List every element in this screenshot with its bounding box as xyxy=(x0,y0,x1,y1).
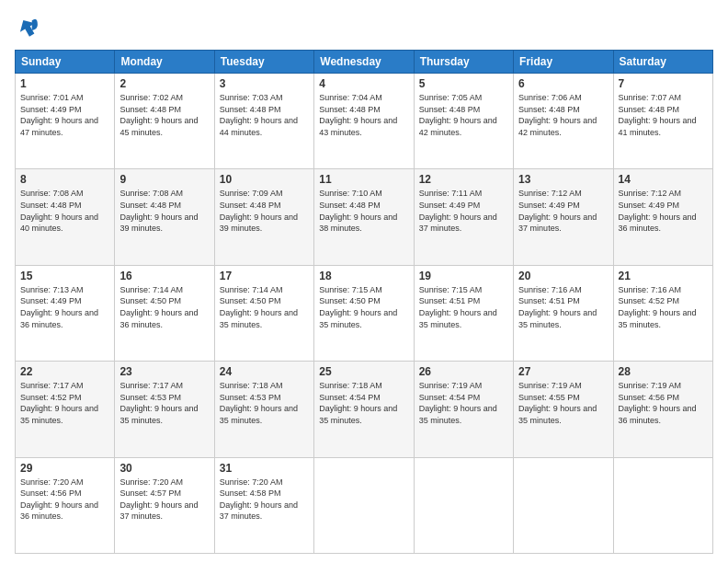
cell-content: Sunrise: 7:17 AMSunset: 4:52 PMDaylight:… xyxy=(20,380,109,426)
day-number: 30 xyxy=(119,462,209,475)
cell-content: Sunrise: 7:16 AMSunset: 4:51 PMDaylight:… xyxy=(518,284,608,330)
cell-content: Sunrise: 7:19 AMSunset: 4:55 PMDaylight:… xyxy=(518,380,608,426)
calendar-row: 22Sunrise: 7:17 AMSunset: 4:52 PMDayligh… xyxy=(16,362,713,457)
cell-content: Sunrise: 7:14 AMSunset: 4:50 PMDaylight:… xyxy=(119,284,209,330)
day-number: 9 xyxy=(119,173,209,186)
cell-content: Sunrise: 7:04 AMSunset: 4:48 PMDaylight:… xyxy=(319,92,408,138)
cell-content: Sunrise: 7:03 AMSunset: 4:48 PMDaylight:… xyxy=(220,92,309,138)
table-row: 28Sunrise: 7:19 AMSunset: 4:56 PMDayligh… xyxy=(613,362,712,457)
calendar-table: Sunday Monday Tuesday Wednesday Thursday… xyxy=(15,50,713,554)
table-row: 23Sunrise: 7:17 AMSunset: 4:53 PMDayligh… xyxy=(115,362,214,457)
cell-content: Sunrise: 7:02 AMSunset: 4:48 PMDaylight:… xyxy=(119,92,209,138)
cell-content: Sunrise: 7:15 AMSunset: 4:50 PMDaylight:… xyxy=(319,284,408,330)
col-friday: Friday xyxy=(514,51,613,74)
calendar-row: 15Sunrise: 7:13 AMSunset: 4:49 PMDayligh… xyxy=(16,265,713,361)
table-row: 17Sunrise: 7:14 AMSunset: 4:50 PMDayligh… xyxy=(214,265,313,361)
cell-content: Sunrise: 7:20 AMSunset: 4:58 PMDaylight:… xyxy=(220,477,309,523)
day-number: 4 xyxy=(319,77,408,90)
cell-content: Sunrise: 7:17 AMSunset: 4:53 PMDaylight:… xyxy=(119,380,209,426)
cell-content: Sunrise: 7:18 AMSunset: 4:53 PMDaylight:… xyxy=(220,380,309,426)
cell-content: Sunrise: 7:08 AMSunset: 4:48 PMDaylight:… xyxy=(20,188,109,234)
day-number: 22 xyxy=(20,365,109,378)
cell-content: Sunrise: 7:12 AMSunset: 4:49 PMDaylight:… xyxy=(619,188,708,234)
calendar-row: 1Sunrise: 7:01 AMSunset: 4:49 PMDaylight… xyxy=(16,74,713,169)
table-row: 8Sunrise: 7:08 AMSunset: 4:48 PMDaylight… xyxy=(16,169,115,265)
cell-content: Sunrise: 7:19 AMSunset: 4:56 PMDaylight:… xyxy=(619,380,708,426)
day-number: 23 xyxy=(119,365,209,378)
day-number: 10 xyxy=(220,173,309,186)
table-row: 20Sunrise: 7:16 AMSunset: 4:51 PMDayligh… xyxy=(514,265,613,361)
cell-content: Sunrise: 7:14 AMSunset: 4:50 PMDaylight:… xyxy=(220,284,309,330)
col-thursday: Thursday xyxy=(414,51,513,74)
cell-content: Sunrise: 7:01 AMSunset: 4:49 PMDaylight:… xyxy=(20,92,109,138)
day-number: 1 xyxy=(20,77,109,90)
table-row: 29Sunrise: 7:20 AMSunset: 4:56 PMDayligh… xyxy=(16,457,115,553)
table-row: 22Sunrise: 7:17 AMSunset: 4:52 PMDayligh… xyxy=(16,362,115,457)
cell-content: Sunrise: 7:16 AMSunset: 4:52 PMDaylight:… xyxy=(619,284,708,330)
table-row: 1Sunrise: 7:01 AMSunset: 4:49 PMDaylight… xyxy=(16,74,115,169)
table-row: 2Sunrise: 7:02 AMSunset: 4:48 PMDaylight… xyxy=(115,74,214,169)
cell-content: Sunrise: 7:19 AMSunset: 4:54 PMDaylight:… xyxy=(419,380,508,426)
table-row: 3Sunrise: 7:03 AMSunset: 4:48 PMDaylight… xyxy=(214,74,313,169)
day-number: 20 xyxy=(518,270,608,282)
day-number: 15 xyxy=(20,270,109,282)
cell-content: Sunrise: 7:05 AMSunset: 4:48 PMDaylight:… xyxy=(419,92,508,138)
table-row: 6Sunrise: 7:06 AMSunset: 4:48 PMDaylight… xyxy=(514,74,613,169)
table-row: 12Sunrise: 7:11 AMSunset: 4:49 PMDayligh… xyxy=(414,169,513,265)
cell-content: Sunrise: 7:13 AMSunset: 4:49 PMDaylight:… xyxy=(20,284,109,330)
cell-content: Sunrise: 7:06 AMSunset: 4:48 PMDaylight:… xyxy=(518,92,608,138)
col-wednesday: Wednesday xyxy=(314,51,414,74)
table-row: 18Sunrise: 7:15 AMSunset: 4:50 PMDayligh… xyxy=(314,265,414,361)
cell-content: Sunrise: 7:11 AMSunset: 4:49 PMDaylight:… xyxy=(419,188,508,234)
table-row: 10Sunrise: 7:09 AMSunset: 4:48 PMDayligh… xyxy=(214,169,313,265)
day-number: 28 xyxy=(619,365,708,378)
header xyxy=(15,15,713,40)
table-row xyxy=(613,457,712,553)
table-row xyxy=(514,457,613,553)
col-sunday: Sunday xyxy=(16,51,115,74)
day-number: 24 xyxy=(220,365,309,378)
calendar-header-row: Sunday Monday Tuesday Wednesday Thursday… xyxy=(16,51,713,74)
cell-content: Sunrise: 7:18 AMSunset: 4:54 PMDaylight:… xyxy=(319,380,408,426)
day-number: 6 xyxy=(518,77,608,90)
cell-content: Sunrise: 7:07 AMSunset: 4:48 PMDaylight:… xyxy=(619,92,708,138)
table-row: 24Sunrise: 7:18 AMSunset: 4:53 PMDayligh… xyxy=(214,362,313,457)
day-number: 13 xyxy=(518,173,608,186)
table-row: 13Sunrise: 7:12 AMSunset: 4:49 PMDayligh… xyxy=(514,169,613,265)
cell-content: Sunrise: 7:08 AMSunset: 4:48 PMDaylight:… xyxy=(119,188,209,234)
table-row: 14Sunrise: 7:12 AMSunset: 4:49 PMDayligh… xyxy=(613,169,712,265)
table-row: 7Sunrise: 7:07 AMSunset: 4:48 PMDaylight… xyxy=(613,74,712,169)
table-row: 26Sunrise: 7:19 AMSunset: 4:54 PMDayligh… xyxy=(414,362,513,457)
day-number: 17 xyxy=(220,270,309,282)
day-number: 11 xyxy=(319,173,408,186)
day-number: 26 xyxy=(419,365,508,378)
table-row: 9Sunrise: 7:08 AMSunset: 4:48 PMDaylight… xyxy=(115,169,214,265)
day-number: 14 xyxy=(619,173,708,186)
day-number: 31 xyxy=(220,462,309,475)
table-row: 19Sunrise: 7:15 AMSunset: 4:51 PMDayligh… xyxy=(414,265,513,361)
day-number: 29 xyxy=(20,462,109,475)
page: Sunday Monday Tuesday Wednesday Thursday… xyxy=(0,0,728,563)
table-row: 5Sunrise: 7:05 AMSunset: 4:48 PMDaylight… xyxy=(414,74,513,169)
table-row: 27Sunrise: 7:19 AMSunset: 4:55 PMDayligh… xyxy=(514,362,613,457)
table-row: 11Sunrise: 7:10 AMSunset: 4:48 PMDayligh… xyxy=(314,169,414,265)
day-number: 19 xyxy=(419,270,508,282)
table-row xyxy=(414,457,513,553)
day-number: 5 xyxy=(419,77,508,90)
table-row xyxy=(314,457,414,553)
cell-content: Sunrise: 7:12 AMSunset: 4:49 PMDaylight:… xyxy=(518,188,608,234)
day-number: 8 xyxy=(20,173,109,186)
col-tuesday: Tuesday xyxy=(214,51,313,74)
logo xyxy=(15,15,44,40)
col-monday: Monday xyxy=(115,51,214,74)
logo-icon xyxy=(15,15,40,40)
table-row: 4Sunrise: 7:04 AMSunset: 4:48 PMDaylight… xyxy=(314,74,414,169)
day-number: 3 xyxy=(220,77,309,90)
cell-content: Sunrise: 7:20 AMSunset: 4:57 PMDaylight:… xyxy=(119,477,209,523)
day-number: 12 xyxy=(419,173,508,186)
day-number: 18 xyxy=(319,270,408,282)
table-row: 16Sunrise: 7:14 AMSunset: 4:50 PMDayligh… xyxy=(115,265,214,361)
table-row: 31Sunrise: 7:20 AMSunset: 4:58 PMDayligh… xyxy=(214,457,313,553)
day-number: 27 xyxy=(518,365,608,378)
day-number: 21 xyxy=(619,270,708,282)
